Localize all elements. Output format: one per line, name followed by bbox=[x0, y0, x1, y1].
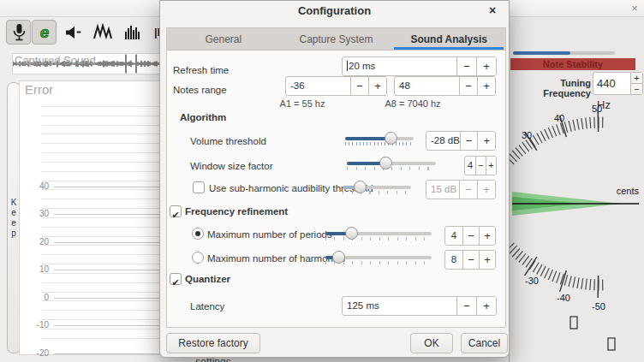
max-periods-increment[interactable]: + bbox=[479, 227, 495, 245]
max-harmonics-increment[interactable]: + bbox=[479, 251, 495, 269]
tab-capture-system[interactable]: Capture System bbox=[280, 28, 393, 50]
mute-button[interactable] bbox=[61, 20, 86, 45]
main-window-close-button[interactable]: × bbox=[627, 1, 642, 16]
subharmonic-spinbox: 15 dB − + bbox=[426, 180, 496, 199]
max-harmonics-value[interactable]: 8 bbox=[445, 251, 462, 269]
window-size-spinbox[interactable]: 4 − + bbox=[464, 156, 497, 175]
y-tick-label: -10 bbox=[27, 320, 49, 329]
stability-progress-bar bbox=[513, 51, 615, 55]
window-size-increment[interactable]: + bbox=[486, 157, 496, 175]
notes-range-high-spinbox[interactable]: 48 − + bbox=[394, 76, 496, 96]
text-cursor bbox=[347, 61, 348, 71]
cancel-button[interactable]: Cancel bbox=[461, 333, 508, 353]
cents-unit-label: cents bbox=[617, 186, 640, 196]
algorithm-header: Algorithm bbox=[180, 112, 226, 122]
max-periods-slider[interactable] bbox=[325, 225, 432, 244]
frequency-refinement-checkbox[interactable]: ✔ bbox=[170, 205, 182, 217]
slider-handle[interactable] bbox=[379, 157, 392, 169]
refresh-time-spinbox[interactable]: 20 ms − + bbox=[342, 56, 497, 76]
window-size-decrement[interactable]: − bbox=[475, 157, 486, 175]
y-tick-label: 30 bbox=[27, 209, 49, 218]
volume-decrement[interactable]: − bbox=[460, 132, 478, 150]
window-size-slider[interactable] bbox=[347, 155, 436, 174]
dialog-close-button[interactable]: × bbox=[485, 3, 500, 18]
notes-range-high-value[interactable]: 48 bbox=[395, 77, 459, 95]
window-size-value[interactable]: 4 bbox=[465, 157, 475, 175]
histogram-icon bbox=[122, 21, 144, 44]
tab-general[interactable]: General bbox=[167, 28, 280, 50]
capture-toggle-button[interactable] bbox=[6, 20, 31, 45]
latency-label: Latency bbox=[190, 301, 224, 312]
volume-threshold-label: Volume threshold bbox=[190, 136, 266, 146]
refresh-time-decrement[interactable]: − bbox=[456, 57, 476, 75]
subharmonic-slider[interactable] bbox=[343, 179, 411, 198]
quantizer-header: Quantizer bbox=[185, 274, 230, 284]
checkmark-icon: ✔ bbox=[171, 277, 179, 288]
tuning-frequency-value[interactable]: 440 Hz bbox=[593, 73, 630, 94]
configuration-dialog: Configuration × General Capture System S… bbox=[159, 0, 510, 358]
notes-low-decrement[interactable]: − bbox=[350, 77, 368, 95]
volume-threshold-slider[interactable] bbox=[345, 130, 414, 149]
ok-button[interactable]: OK bbox=[410, 333, 453, 353]
max-harmonics-decrement[interactable]: − bbox=[462, 251, 479, 269]
latency-spinbox[interactable]: 125 ms − + bbox=[342, 296, 497, 316]
svg-text:e: e bbox=[39, 23, 49, 41]
y-tick-label: 40 bbox=[27, 181, 49, 191]
subharmonic-checkbox[interactable] bbox=[193, 181, 205, 193]
notes-high-increment[interactable]: + bbox=[477, 77, 495, 95]
dial-tick-label: 30 bbox=[522, 130, 532, 140]
volume-increment[interactable]: + bbox=[477, 132, 495, 150]
max-harmonics-label: Maximum number of harmonics bbox=[207, 253, 345, 264]
dialog-title: Configuration bbox=[160, 4, 509, 17]
volume-threshold-spinbox[interactable]: -28 dB − + bbox=[426, 131, 496, 151]
y-tick-label: 10 bbox=[27, 264, 49, 274]
notes-low-increment[interactable]: + bbox=[368, 77, 386, 95]
error-plot-title: Error bbox=[25, 82, 53, 97]
subharmonic-decrement: − bbox=[459, 181, 477, 199]
subharmonic-increment: + bbox=[477, 181, 495, 199]
dial-tick-label: -30 bbox=[525, 276, 539, 286]
histogram-view-button[interactable] bbox=[120, 20, 145, 45]
latency-value[interactable]: 125 ms bbox=[343, 297, 456, 315]
max-periods-spinbox[interactable]: 4 − + bbox=[444, 226, 496, 246]
restore-factory-settings-button[interactable]: Restore factory settings bbox=[166, 333, 260, 353]
y-tick-label: -20 bbox=[27, 348, 49, 358]
max-harmonics-radio[interactable] bbox=[192, 252, 204, 264]
waveform-view-button[interactable] bbox=[90, 20, 115, 45]
speaker-muted-icon bbox=[63, 21, 85, 44]
settings-notebook: General Capture System Sound Analysis Re… bbox=[166, 27, 506, 328]
tuning-decrement-button[interactable]: − bbox=[631, 84, 642, 94]
frequency-refinement-header: Frequency refinement bbox=[185, 206, 288, 217]
captured-sound-label: Captured Sound bbox=[15, 54, 96, 67]
slider-handle[interactable] bbox=[385, 132, 397, 145]
quantizer-checkbox[interactable]: ✔ bbox=[170, 273, 182, 285]
app-logo-icon: e bbox=[34, 21, 55, 44]
tuning-frequency-spinbox[interactable]: 440 Hz + − bbox=[593, 72, 643, 95]
max-periods-decrement[interactable]: − bbox=[462, 227, 479, 245]
cents-dial: 30 40 50 -30 -40 -50 cents bbox=[510, 98, 644, 362]
slider-handle[interactable] bbox=[332, 251, 345, 264]
tuner-logo-toggle-button[interactable]: e bbox=[32, 20, 57, 45]
tab-sound-analysis[interactable]: Sound Analysis bbox=[392, 28, 505, 50]
refresh-time-increment[interactable]: + bbox=[476, 57, 496, 75]
max-periods-radio[interactable] bbox=[192, 228, 204, 240]
max-periods-value[interactable]: 4 bbox=[445, 227, 462, 245]
tuning-increment-button[interactable]: + bbox=[631, 73, 642, 84]
latency-decrement[interactable]: − bbox=[456, 297, 476, 315]
missing-glyph-box bbox=[608, 338, 615, 350]
slider-handle[interactable] bbox=[354, 181, 367, 193]
volume-threshold-value[interactable]: -28 dB bbox=[426, 132, 460, 150]
y-tick-label: 20 bbox=[27, 237, 49, 246]
notes-range-low-spinbox[interactable]: -36 − + bbox=[285, 76, 387, 96]
notes-high-decrement[interactable]: − bbox=[459, 77, 477, 95]
latency-increment[interactable]: + bbox=[476, 297, 496, 315]
refresh-time-value: 20 ms bbox=[349, 61, 375, 71]
missing-glyph-box bbox=[570, 317, 577, 329]
y-tick-label: 0 bbox=[27, 293, 49, 302]
slider-handle[interactable] bbox=[345, 227, 358, 240]
max-harmonics-slider[interactable] bbox=[325, 249, 432, 268]
notes-range-low-value[interactable]: -36 bbox=[286, 77, 350, 95]
active-tab-underline bbox=[394, 47, 504, 50]
max-harmonics-spinbox[interactable]: 8 − + bbox=[444, 250, 496, 270]
window-size-factor-label: Window size factor bbox=[190, 161, 273, 171]
